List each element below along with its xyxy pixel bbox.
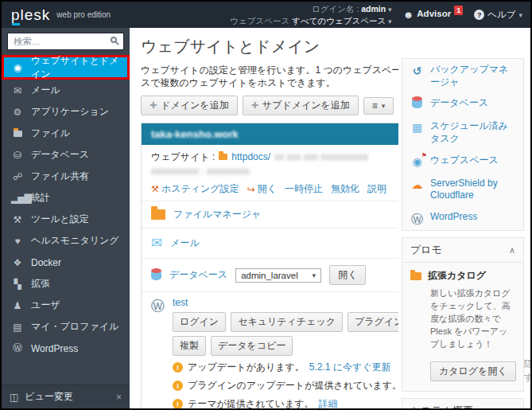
chevron-down-icon: ▾ <box>388 18 392 25</box>
webspace-menu[interactable]: ウェブスペース すべてのウェブスペース ▾ <box>230 15 391 26</box>
open-site-icon: ↪ <box>247 184 255 195</box>
domain-name: taka-kensho.work <box>151 128 239 140</box>
website-info-row: ウェブサイト : httpdocs/ xx xxx xxx xxxxxxxxxx… <box>142 145 398 201</box>
shortcuts-box: ↺ バックアップマネージャ データベース ▦ スケジュール済みタスク ◉ ウェブ… <box>402 58 524 231</box>
wp-security-check-button[interactable]: セキュリティチェック <box>231 312 343 332</box>
sidebar-item-health-monitoring[interactable]: ♥ ヘルスモニタリング <box>2 230 130 252</box>
catalog-folder-icon <box>410 272 421 280</box>
help-menu[interactable]: ヘルプ ▾ <box>474 9 522 21</box>
database-icon: ⛁ <box>11 150 24 161</box>
wp-plugins-button[interactable]: プラグイン <box>348 312 398 332</box>
promo-box: プロモ ∧ 拡張カタログ 新しい拡張カタログをチェックして、高度な拡張の数々で … <box>402 237 524 392</box>
mail-icon: ✉ <box>151 235 162 252</box>
description-link[interactable]: 説明 <box>367 182 386 196</box>
chevron-down-icon: ▾ <box>382 102 386 110</box>
sidebar-item-wordpress[interactable]: Ⓦ WordPress <box>2 338 130 359</box>
wp-update-warning: アップデートがあります。 5.2.1 に今すぐ更新 <box>173 361 398 374</box>
sidebar-nav: ◉ ウェブサイトとドメイン ✉ メール ⚙ アプリケーション ファイル ⛁ <box>2 55 130 385</box>
profile-card-icon: ▤ <box>11 322 24 333</box>
sidebar-item-websites-domains[interactable]: ◉ ウェブサイトとドメイン <box>2 55 130 80</box>
gear-icon: ⚙ <box>11 107 24 118</box>
file-manager-link[interactable]: ファイルマネージャ <box>173 208 261 221</box>
shortcut-scheduled-tasks[interactable]: ▦ スケジュール済みタスク <box>402 115 523 149</box>
httpdocs-link[interactable]: httpdocs/ <box>231 150 270 164</box>
change-view-bar[interactable]: ◫ ビュー変更 × <box>2 385 130 408</box>
database-link[interactable]: データベース <box>169 268 227 282</box>
sidebar-item-extensions[interactable]: ▚ 拡張 <box>2 273 130 295</box>
bar-chart-icon: ▂▅▇ <box>11 193 24 204</box>
folder-icon <box>219 154 227 160</box>
hamburger-icon: ≡ <box>372 100 378 111</box>
sidebar-item-file-sharing[interactable]: ☍ ファイル共有 <box>2 166 130 187</box>
shortcut-webspaces[interactable]: ◉ ウェブスペース <box>402 150 523 173</box>
sidebar-item-tools-settings[interactable]: ⚒ ツールと設定 <box>2 209 130 230</box>
open-site-link[interactable]: 開く <box>258 182 277 196</box>
more-actions-button[interactable]: ≡ ▾ <box>363 97 394 115</box>
add-subdomain-button[interactable]: ✚ サブドメインを追加 <box>243 96 359 115</box>
right-sidebar: ↺ バックアップマネージャ データベース ▦ スケジュール済みタスク ◉ ウェブ… <box>398 28 530 408</box>
warning-icon <box>173 399 183 408</box>
hosting-settings-link[interactable]: ホスティング設定 <box>161 182 239 196</box>
cloudflare-icon: ☁ <box>410 178 424 192</box>
advisor-icon: ☻ <box>403 9 414 21</box>
view-layout-icon: ◫ <box>10 392 18 403</box>
wp-plugin-warning: プラグインのアップデートが提供されています。 詳細 <box>173 379 398 392</box>
advisor-badge: 1 <box>454 6 463 15</box>
extensions-icon: ▚ <box>11 279 24 290</box>
sidebar-item-files[interactable]: ファイル <box>2 123 130 144</box>
login-block: ログイン名 : admin ▾ ウェブスペース すべてのウェブスペース ▾ <box>230 3 391 25</box>
shortcut-wordpress[interactable]: Ⓦ WordPress <box>402 206 523 231</box>
chevron-down-icon: ▾ <box>388 6 392 14</box>
calendar-icon: ▦ <box>410 120 424 135</box>
close-icon[interactable]: × <box>116 392 122 403</box>
file-manager-icon <box>151 209 165 220</box>
search-icon <box>111 37 117 43</box>
mail-link[interactable]: メール <box>170 236 200 250</box>
wp-copy-data-button[interactable]: データをコピー <box>211 336 293 356</box>
chevron-down-icon: ▾ <box>313 271 316 279</box>
sidebar-item-mail[interactable]: ✉ メール <box>2 80 130 101</box>
globe-flag-icon: ◉ <box>410 154 424 169</box>
help-icon <box>474 10 484 20</box>
wp-clone-button[interactable]: 複製 <box>173 336 206 356</box>
disable-link[interactable]: 無効化 <box>331 182 359 196</box>
shortcut-servershield[interactable]: ☁ ServerShield by Cloudflare <box>402 173 523 206</box>
chevron-up-icon[interactable]: ∧ <box>509 245 515 256</box>
wp-theme-details-link[interactable]: 詳細 <box>319 397 338 408</box>
shortcut-backup-manager[interactable]: ↺ バックアップマネージャ <box>402 59 523 92</box>
main-content: ウェブサイトとドメイン ウェブサイトの設定と管理を行います。1 つのウェブスペー… <box>130 28 398 408</box>
add-domain-button[interactable]: ✚ ドメインを追加 <box>141 96 238 115</box>
folder-icon <box>11 128 24 139</box>
tools-icon: ⚒ <box>11 214 24 225</box>
sidebar-item-docker[interactable]: ❖ Docker <box>2 252 130 273</box>
promo-title: プロモ <box>410 243 442 257</box>
database-select[interactable]: admin_laravel ▾ <box>235 268 321 283</box>
wp-update-now-link[interactable]: 5.2.1 に今すぐ更新 <box>309 361 391 374</box>
wordpress-site-link[interactable]: test <box>173 297 188 308</box>
hide-link[interactable]: 隠す <box>524 357 530 385</box>
shortcut-databases[interactable]: データベース <box>402 92 523 115</box>
plesk-logo: plesk <box>11 6 50 24</box>
system-overview-title: システム概要 <box>410 404 473 408</box>
system-overview-box: システム概要 ∧ xxxx xxx xxxx xxxxxxx xxxx xxxx… <box>402 398 524 408</box>
globe-icon: ◉ <box>11 62 24 73</box>
sidebar-item-statistics[interactable]: ▂▅▇ 統計 <box>2 187 130 209</box>
suspend-link[interactable]: 一時停止 <box>285 182 323 196</box>
open-catalog-button[interactable]: カタログを開く <box>430 361 516 381</box>
plus-icon: ✚ <box>251 100 258 111</box>
chevron-up-icon[interactable]: ∧ <box>509 406 515 408</box>
wp-theme-warning: テーマが提供されています。 詳細 <box>173 397 398 408</box>
sidebar-item-applications[interactable]: ⚙ アプリケーション <box>2 101 130 123</box>
sidebar-item-databases[interactable]: ⛁ データベース <box>2 144 130 166</box>
login-name-menu[interactable]: ログイン名 : admin ▾ <box>230 3 391 14</box>
sidebar-item-my-profile[interactable]: ▤ マイ・プロファイル <box>2 316 130 338</box>
wp-login-button[interactable]: ログイン <box>173 312 226 332</box>
domain-card: taka-kensho.work ウェブサイト : httpdocs/ xx x… <box>141 123 398 408</box>
advisor-button[interactable]: ☻ Advisor 1 <box>403 9 464 21</box>
sidebar-item-users[interactable]: ♟ ユーザ <box>2 295 130 316</box>
database-row: データベース admin_laravel ▾ 開く <box>142 258 398 291</box>
search-input[interactable] <box>7 33 124 50</box>
open-database-button[interactable]: 開く <box>329 265 366 285</box>
warning-icon <box>173 362 183 373</box>
plesk-window: plesk web pro edition ログイン名 : admin ▾ ウェ… <box>0 0 532 410</box>
